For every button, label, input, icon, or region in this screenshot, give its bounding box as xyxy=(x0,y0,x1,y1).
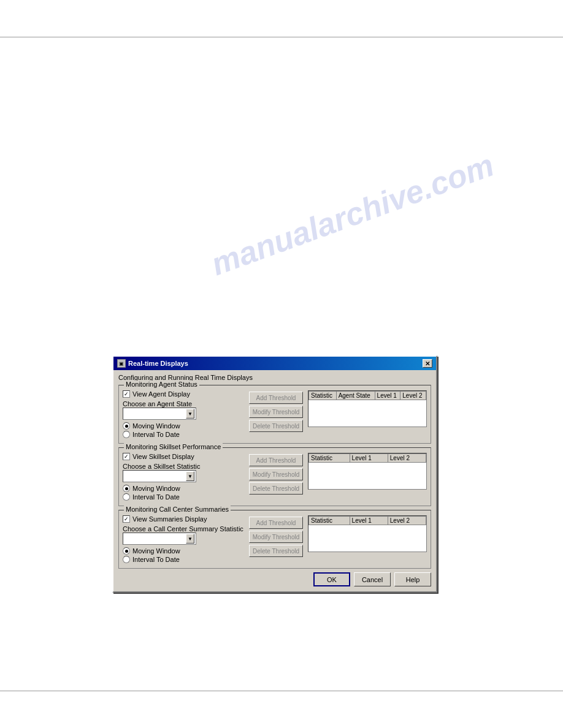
callcenter-modify-threshold-button[interactable]: Modify Threshold xyxy=(249,531,303,543)
skillset-checkbox-row: ✓ View Skillset Display xyxy=(123,453,245,460)
bottom-rule xyxy=(0,691,563,691)
agent-modify-threshold-button[interactable]: Modify Threshold xyxy=(249,406,303,418)
agent-radio1-dot xyxy=(125,425,128,428)
agent-dropdown-label: Choose an Agent State xyxy=(123,400,245,408)
callcenter-dropdown-arrow[interactable]: ▼ xyxy=(186,534,194,544)
callcenter-radio1-label: Moving Window xyxy=(132,547,180,555)
callcenter-delete-threshold-button[interactable]: Delete Threshold xyxy=(249,545,303,557)
group-skillset-title: Monitoring Skillset Performance xyxy=(124,443,223,450)
group-callcenter-title: Monitoring Call Center Summaries xyxy=(124,506,231,513)
callcenter-col-statistic: Statistic xyxy=(309,517,350,525)
callcenter-view-checkbox[interactable]: ✓ xyxy=(123,515,130,523)
watermark: manualarchive.com xyxy=(207,146,499,282)
dialog-icon: ▣ xyxy=(117,359,126,368)
callcenter-dropdown-row: Choose a Call Center Summary Statistic ▼ xyxy=(123,525,245,545)
agent-radio1-row: Moving Window xyxy=(123,422,245,430)
group-agent-middle: Add Threshold Modify Threshold Delete Th… xyxy=(249,390,304,439)
dialog-title: Real-time Displays xyxy=(128,360,188,367)
skillset-dropdown-label: Choose a Skillset Statistic xyxy=(123,463,245,470)
group-skillset-left: ✓ View Skillset Display Choose a Skillse… xyxy=(123,453,245,502)
cancel-button[interactable]: Cancel xyxy=(354,572,391,586)
agent-radio1-label: Moving Window xyxy=(132,422,180,430)
skillset-dropdown-arrow[interactable]: ▼ xyxy=(186,471,194,481)
skillset-dropdown[interactable]: ▼ xyxy=(123,470,196,482)
top-rule xyxy=(0,37,563,37)
agent-radio2-label: Interval To Date xyxy=(132,431,180,438)
skillset-col-statistic: Statistic xyxy=(309,454,350,463)
group-callcenter-middle: Add Threshold Modify Threshold Delete Th… xyxy=(249,515,304,564)
group-agent-inner: ✓ View Agent Display Choose an Agent Sta… xyxy=(123,390,427,439)
agent-dropdown[interactable]: ▼ xyxy=(123,408,196,420)
group-skillset: Monitoring Skillset Performance ✓ View S… xyxy=(118,447,431,506)
skillset-radio1-dot xyxy=(125,487,128,490)
agent-radio1[interactable] xyxy=(123,422,130,430)
callcenter-radio2-label: Interval To Date xyxy=(132,556,180,563)
agent-dropdown-row: Choose an Agent State ▼ xyxy=(123,400,245,420)
group-agent: Monitoring Agent Status ✓ View Agent Dis… xyxy=(118,385,431,444)
agent-col-level1: Level 1 xyxy=(375,392,400,400)
callcenter-view-label: View Summaries Display xyxy=(132,515,207,523)
callcenter-add-threshold-button[interactable]: Add Threshold xyxy=(249,517,303,529)
agent-col-level2: Level 2 xyxy=(400,392,426,400)
skillset-threshold-table: Statistic Level 1 Level 2 xyxy=(308,453,427,490)
group-callcenter-left: ✓ View Summaries Display Choose a Call C… xyxy=(123,515,245,564)
skillset-view-checkbox[interactable]: ✓ xyxy=(123,453,130,460)
skillset-radio1-row: Moving Window xyxy=(123,485,245,492)
group-agent-left: ✓ View Agent Display Choose an Agent Sta… xyxy=(123,390,245,439)
agent-view-checkbox[interactable]: ✓ xyxy=(123,390,130,398)
ok-button[interactable]: OK xyxy=(313,572,350,586)
agent-add-threshold-button[interactable]: Add Threshold xyxy=(249,392,303,404)
group-skillset-middle: Add Threshold Modify Threshold Delete Th… xyxy=(249,453,304,502)
callcenter-col-level1: Level 1 xyxy=(350,517,388,525)
skillset-dropdown-row: Choose a Skillset Statistic ▼ xyxy=(123,463,245,482)
callcenter-col-level2: Level 2 xyxy=(388,517,426,525)
callcenter-radio1-dot xyxy=(125,550,128,553)
skillset-modify-threshold-button[interactable]: Modify Threshold xyxy=(249,468,303,480)
skillset-radio1[interactable] xyxy=(123,485,130,492)
skillset-radio1-label: Moving Window xyxy=(132,485,180,492)
help-button[interactable]: Help xyxy=(394,572,431,586)
callcenter-radio2[interactable] xyxy=(123,556,130,563)
agent-delete-threshold-button[interactable]: Delete Threshold xyxy=(249,420,303,432)
group-callcenter-inner: ✓ View Summaries Display Choose a Call C… xyxy=(123,515,427,564)
skillset-radio2[interactable] xyxy=(123,493,130,501)
group-skillset-right: Statistic Level 1 Level 2 xyxy=(308,453,427,502)
dialog-window: ▣ Real-time Displays ✕ Configuring and R… xyxy=(112,355,437,593)
group-agent-title: Monitoring Agent Status xyxy=(124,381,199,388)
callcenter-radio1-row: Moving Window xyxy=(123,547,245,555)
agent-threshold-table: Statistic Agent State Level 1 Level 2 xyxy=(308,390,427,427)
title-bar: ▣ Real-time Displays ✕ xyxy=(113,357,436,370)
skillset-radio2-row: Interval To Date xyxy=(123,493,245,501)
group-callcenter-right: Statistic Level 1 Level 2 xyxy=(308,515,427,564)
callcenter-radio1[interactable] xyxy=(123,547,130,555)
callcenter-dropdown[interactable]: ▼ xyxy=(123,533,196,545)
skillset-delete-threshold-button[interactable]: Delete Threshold xyxy=(249,482,303,495)
group-callcenter: Monitoring Call Center Summaries ✓ View … xyxy=(118,510,431,569)
agent-radio2-row: Interval To Date xyxy=(123,431,245,438)
skillset-add-threshold-button[interactable]: Add Threshold xyxy=(249,454,303,466)
skillset-col-level2: Level 2 xyxy=(388,454,426,463)
agent-checkbox-row: ✓ View Agent Display xyxy=(123,390,245,398)
agent-view-label: View Agent Display xyxy=(132,390,190,398)
skillset-radio2-label: Interval To Date xyxy=(132,493,180,501)
agent-col-agentstate: Agent State xyxy=(336,392,375,400)
skillset-view-label: View Skillset Display xyxy=(132,453,194,460)
agent-radio2[interactable] xyxy=(123,431,130,438)
callcenter-radio2-row: Interval To Date xyxy=(123,556,245,563)
title-bar-left: ▣ Real-time Displays xyxy=(117,359,188,368)
agent-col-statistic: Statistic xyxy=(309,392,337,400)
dialog-content: Configuring and Running Real Time Displa… xyxy=(113,370,436,591)
group-skillset-inner: ✓ View Skillset Display Choose a Skillse… xyxy=(123,453,427,502)
callcenter-checkbox-row: ✓ View Summaries Display xyxy=(123,515,245,523)
agent-dropdown-arrow[interactable]: ▼ xyxy=(186,409,194,419)
close-button[interactable]: ✕ xyxy=(423,359,432,368)
skillset-col-level1: Level 1 xyxy=(350,454,388,463)
group-agent-right: Statistic Agent State Level 1 Level 2 xyxy=(308,390,427,439)
bottom-buttons: OK Cancel Help xyxy=(118,572,431,586)
callcenter-dropdown-label: Choose a Call Center Summary Statistic xyxy=(123,525,245,533)
callcenter-threshold-table: Statistic Level 1 Level 2 xyxy=(308,515,427,552)
